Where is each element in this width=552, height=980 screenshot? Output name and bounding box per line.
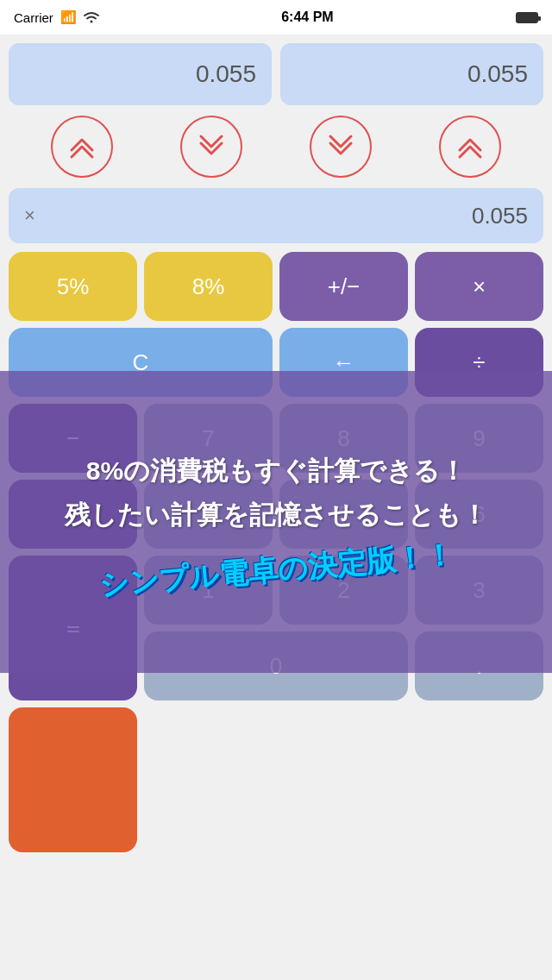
btn-orange-equals[interactable]	[9, 707, 137, 852]
double-chevron-down-right-icon	[325, 131, 356, 162]
overlay-line3: シンプル電卓の決定版！！	[97, 535, 455, 606]
svg-point-0	[90, 21, 92, 23]
arrow-down-right[interactable]	[310, 116, 372, 178]
result-row: × 0.055	[9, 188, 543, 243]
double-chevron-up-right-icon	[455, 131, 486, 162]
result-display: 0.055	[472, 203, 528, 229]
arrow-up-left[interactable]	[51, 116, 113, 178]
overlay: 8%の消費税もすぐ計算できる！ 残したい計算を記憶させることも！ シンプル電卓の…	[0, 371, 552, 673]
overlay-line2: 残したい計算を記憶させることも！	[65, 498, 487, 533]
arrow-up-right[interactable]	[439, 116, 501, 178]
double-chevron-down-left-icon	[196, 131, 227, 162]
operator-display: ×	[24, 204, 35, 227]
display-right: 0.055	[280, 43, 543, 105]
btn-5pct[interactable]: 5%	[9, 252, 137, 321]
status-left: Carrier ️📶	[14, 9, 99, 25]
carrier-label: Carrier	[14, 10, 53, 25]
double-chevron-up-left-icon	[66, 131, 97, 162]
status-time: 6:44 PM	[281, 9, 333, 25]
overlay-line1: 8%の消費税もすぐ計算できる！	[86, 454, 466, 489]
btn-8pct[interactable]: 8%	[144, 252, 273, 321]
display-left: 0.055	[9, 43, 272, 105]
wifi-symbol	[84, 11, 99, 23]
arrow-down-left[interactable]	[180, 116, 242, 178]
display-row: 0.055 0.055	[9, 43, 543, 105]
btn-multiply[interactable]: ×	[415, 252, 543, 321]
btn-plusminus[interactable]: +/−	[279, 252, 408, 321]
arrow-row	[9, 116, 543, 178]
battery-icon	[516, 12, 538, 23]
wifi-icon: ️📶	[60, 9, 77, 25]
status-right	[516, 12, 538, 23]
status-bar: Carrier ️📶 6:44 PM	[0, 0, 552, 35]
